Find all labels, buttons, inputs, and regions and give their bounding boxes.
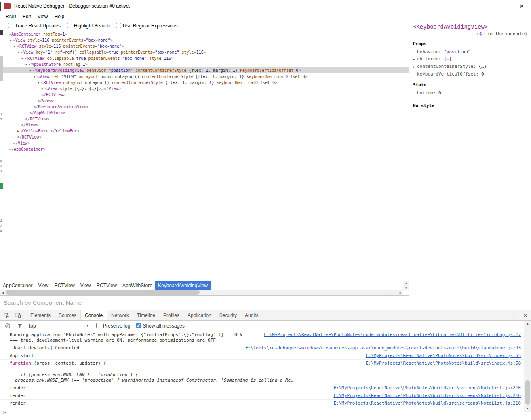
tree-row[interactable]: </AppWithStore> — [0, 110, 409, 116]
token: 116 — [196, 50, 204, 55]
tree-row[interactable]: ▼<RCTView style=116 pointerEvents="box-n… — [0, 43, 409, 49]
console-message: Running application "PhotoNotes" with ap… — [0, 331, 524, 344]
close-button[interactable]: ✕ — [512, 0, 531, 12]
collapse-arrow-icon[interactable]: ▼ — [9, 38, 13, 44]
breadcrumb-item[interactable]: KeyboardAvoidingView — [155, 281, 211, 290]
tree-row[interactable]: </RCTView> — [0, 116, 409, 122]
toolbar-checkbox[interactable]: Highlight Search — [67, 23, 110, 29]
tree-row[interactable]: </AppContainer> — [0, 146, 409, 152]
breadcrumb-item[interactable]: View — [78, 281, 94, 290]
minimize-button[interactable] — [475, 0, 494, 12]
search-input[interactable] — [0, 295, 409, 310]
menu-edit[interactable]: Edit — [19, 13, 34, 21]
collapse-arrow-icon[interactable]: ▼ — [21, 56, 25, 62]
maximize-button[interactable] — [494, 0, 512, 12]
expand-arrow-icon[interactable]: ▶ — [17, 128, 21, 134]
tab-network[interactable]: Network — [107, 310, 133, 320]
toolbar-checkbox[interactable]: Use Regular Expressions — [116, 23, 177, 29]
collapse-arrow-icon[interactable]: ▼ — [25, 62, 29, 68]
collapse-arrow-icon[interactable]: ▼ — [34, 74, 37, 80]
tree-row[interactable]: ▼<View ref="VIEW" onLayout=bound onLayou… — [0, 74, 409, 80]
token: </ — [50, 129, 55, 133]
checkbox[interactable] — [8, 23, 13, 28]
checkbox[interactable] — [136, 323, 141, 328]
console-source-link[interactable]: E:\MyProjects\ReactNative\PhotoNotes\bui… — [333, 385, 521, 391]
tab-profiles[interactable]: Profiles — [159, 310, 183, 320]
tree-row[interactable]: ▼<View key="1" ref=ref() collapsable=tru… — [0, 49, 409, 55]
tree-row[interactable]: ▼<View style=116 pointerEvents="box-none… — [0, 37, 409, 43]
breadcrumb-item[interactable]: RCTView — [51, 281, 77, 290]
text-token: if (process.env.NODE_ENV !== 'production… — [10, 372, 138, 377]
collapse-arrow-icon[interactable]: ▼ — [30, 68, 33, 74]
console-source-link[interactable]: E:\MyProjects\ReactNative\PhotoNotes\bui… — [333, 393, 521, 399]
expand-arrow-icon[interactable]: ▶ — [413, 56, 417, 63]
devtools-close-button[interactable]: ✕ — [520, 310, 531, 320]
console-toolbar-checkbox[interactable]: Preserve log — [96, 323, 130, 329]
breadcrumb-item[interactable]: AppWithStore — [120, 281, 155, 290]
tab-sources[interactable]: Sources — [55, 310, 80, 320]
console-toolbar-checkbox[interactable]: Show all messages — [136, 323, 184, 329]
tab-security[interactable]: Security — [215, 310, 241, 320]
console-source-link[interactable]: E:\MyProjects\ReactNative\PhotoNotes\nod… — [264, 332, 521, 338]
breadcrumb-item[interactable]: AppContainer — [0, 281, 35, 290]
devtools-menu-button[interactable]: ⋮ — [508, 310, 520, 320]
token: onLayout — [76, 74, 98, 79]
breadcrumb-item[interactable]: View — [35, 281, 51, 290]
scroll-right-button[interactable]: ▶ — [398, 290, 403, 295]
tab-application[interactable]: Application — [183, 310, 215, 320]
tab-console[interactable]: Console — [80, 310, 107, 320]
checkbox[interactable] — [96, 323, 101, 328]
collapse-arrow-icon[interactable]: ▼ — [13, 44, 17, 50]
horizontal-scrollbar-thumb[interactable] — [6, 290, 200, 295]
scroll-left-button[interactable]: ◀ — [0, 290, 6, 295]
toggle-device-toolbar-button[interactable] — [12, 310, 23, 320]
expand-arrow-icon[interactable]: ▶ — [413, 64, 417, 71]
tree-row[interactable]: ▼<AppContainer rootTag=1> — [0, 31, 409, 37]
scroll-up-button[interactable]: ▲ — [403, 281, 409, 286]
tree-row[interactable]: </RCTView> — [0, 92, 409, 98]
scroll-up-button[interactable]: ▲ — [524, 321, 531, 327]
console-source-link[interactable]: E:\MyProjects\ReactNative\PhotoNotes\bui… — [333, 401, 521, 406]
tab-timeline[interactable]: Timeline — [133, 310, 159, 320]
tree-row[interactable]: </View> — [0, 98, 409, 104]
tree-row[interactable]: ▼<AppWithStore rootTag=1> — [0, 61, 409, 67]
vertical-scrollbar-thumb[interactable] — [525, 380, 530, 405]
tree-row[interactable]: ▼<RCTView collapsable=true pointerEvents… — [0, 55, 409, 61]
expand-arrow-icon[interactable]: ▶ — [42, 86, 45, 92]
tree-row[interactable]: </View> — [0, 140, 409, 146]
menu-help[interactable]: Help — [51, 13, 67, 21]
inspect-element-button[interactable] — [1, 310, 12, 320]
tab-audits[interactable]: Audits — [241, 310, 262, 320]
tree-row[interactable]: </RCTView> — [0, 134, 409, 140]
collapse-arrow-icon[interactable]: ▼ — [38, 80, 41, 86]
token: behavior — [84, 68, 106, 73]
menu-rnd[interactable]: RND — [2, 13, 19, 21]
console-message: App startE:\MyProjects\ReactNative\Photo… — [0, 352, 524, 360]
clear-console-button[interactable] — [3, 323, 12, 329]
menu-view[interactable]: View — [34, 13, 51, 21]
console-prompt[interactable]: > — [0, 407, 524, 417]
console-source-link[interactable]: E:\MyProjects\ReactNative\PhotoNotes\bui… — [366, 353, 521, 359]
filter-button[interactable] — [15, 323, 24, 329]
tree-row[interactable]: ▶<YellowBox>…</YellowBox> — [0, 128, 409, 134]
breadcrumb-item[interactable]: RCTView — [93, 281, 119, 290]
execution-context-selector[interactable]: top ▼ — [29, 323, 89, 329]
tree-column: Trace React UpdatesHighlight SearchUse R… — [0, 21, 409, 310]
tree-row[interactable]: ▼<KeyboardAvoidingView behavior="positio… — [0, 67, 409, 74]
selected-component-tag: <KeyboardAvoidingView> — [413, 23, 527, 30]
token: {flex: — [165, 80, 182, 85]
checkbox[interactable] — [116, 23, 121, 28]
tree-row[interactable]: </KeyboardAvoidingView> — [0, 104, 409, 110]
collapse-arrow-icon[interactable]: ▼ — [5, 32, 9, 38]
collapse-arrow-icon[interactable]: ▼ — [17, 50, 21, 56]
console-source-link[interactable]: E:\MyProjects\ReactNative\PhotoNotes\bui… — [366, 361, 521, 366]
scroll-down-button[interactable]: ▼ — [524, 405, 531, 412]
toolbar-checkbox[interactable]: Trace React Updates — [8, 23, 61, 29]
checkbox[interactable] — [67, 23, 72, 28]
tree-row[interactable]: </View> — [0, 122, 409, 128]
tree-row[interactable]: ▼<RCTView onLayout=onLayout() contentCon… — [0, 80, 409, 86]
token: ref — [49, 74, 59, 79]
tree-row[interactable]: ▶<View style=[{…}, {…}]>…</View> — [0, 86, 409, 92]
tab-elements[interactable]: Elements — [26, 310, 55, 320]
console-source-link[interactable]: E:\Tools\rn-debugger-windows\resources\a… — [245, 345, 521, 351]
